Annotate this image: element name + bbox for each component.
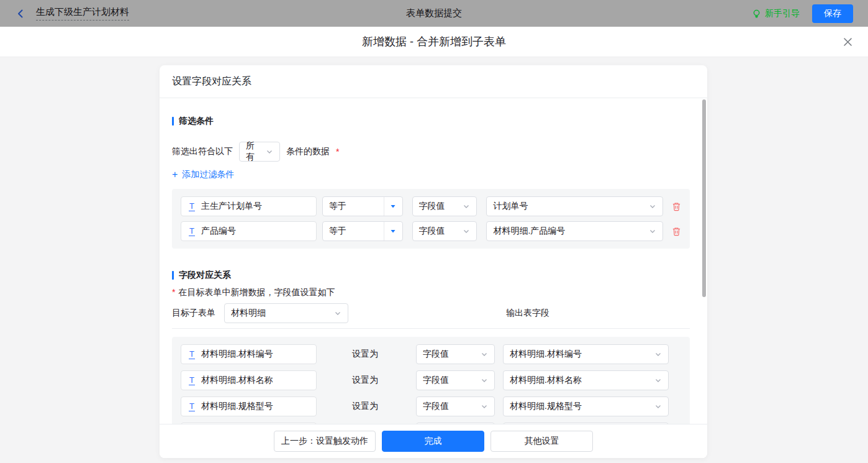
filter-field-name: 产品编号 — [201, 226, 236, 237]
bulb-icon — [752, 9, 761, 19]
mapping-output-select[interactable]: 材料明细.计量单位 — [503, 423, 669, 424]
add-filter-condition-link[interactable]: + 添加过滤条件 — [172, 169, 234, 180]
mapping-section-label: 字段对应关系 — [179, 270, 231, 281]
other-settings-button[interactable]: 其他设置 — [491, 431, 593, 452]
operator-select[interactable]: 等于 — [322, 196, 403, 216]
mapping-field-name: 材料明细.规格型号 — [201, 401, 273, 412]
set-as-label: 设置为 — [352, 349, 379, 360]
target-subform-select[interactable]: 材料明细 — [224, 303, 348, 323]
chevron-down-icon — [649, 203, 656, 210]
dialog-body: 设置字段对应关系 筛选条件 筛选出符合以下 所有 条件的数据 * — [0, 57, 868, 463]
chevron-down-icon — [654, 403, 662, 410]
add-filter-label: 添加过滤条件 — [182, 169, 234, 180]
vertical-scrollbar[interactable] — [702, 99, 706, 297]
prev-step-button[interactable]: 上一步：设置触发动作 — [274, 431, 376, 452]
target-subform-label: 目标子表单 — [172, 308, 215, 319]
chevron-down-icon — [649, 227, 656, 235]
match-mode-select[interactable]: 所有 — [239, 142, 280, 162]
card-scroll-area: 筛选条件 筛选出符合以下 所有 条件的数据 * + 添加过滤条件 — [160, 98, 707, 424]
chevron-down-icon — [481, 377, 488, 384]
workflow-title[interactable]: 生成下级生产计划材料 — [36, 6, 129, 21]
chevron-down-icon — [463, 227, 470, 235]
mapping-section-title: 字段对应关系 — [172, 270, 690, 281]
guide-label: 新手引导 — [765, 8, 800, 19]
mapping-value-type-select[interactable]: 字段值 — [416, 423, 495, 424]
dialog-title: 新增数据 - 合并新增到子表单 — [362, 34, 506, 49]
mapping-output-select[interactable]: 材料明细.材料名称 — [503, 370, 669, 390]
mapping-output-select[interactable]: 材料明细.规格型号 — [503, 397, 669, 416]
mapping-hint-text: 在目标表单中新增数据，字段值设置如下 — [178, 287, 335, 298]
chevron-down-icon — [654, 351, 662, 358]
mapping-output-value: 材料明细.规格型号 — [510, 401, 582, 412]
mapping-row: T 材料明细.规格型号 设置为 字段值 材料明细.规格型号 — [181, 397, 681, 416]
set-as-label: 设置为 — [352, 375, 379, 386]
filter-row: T 产品编号 等于 字段值 — [181, 221, 681, 241]
chevron-down-icon — [481, 351, 488, 358]
operator-select[interactable]: 等于 — [322, 221, 403, 241]
chevron-down-icon — [463, 203, 470, 210]
dialog-header: 新增数据 - 合并新增到子表单 — [0, 27, 868, 57]
mapping-value-type-select[interactable]: 字段值 — [416, 397, 495, 416]
value-type-select[interactable]: 字段值 — [412, 221, 477, 241]
chevron-down-icon — [334, 309, 341, 317]
value-type-value: 字段值 — [419, 226, 445, 237]
target-subform-value: 材料明细 — [231, 308, 266, 319]
chevron-down-icon — [481, 403, 488, 410]
mapping-value-type: 字段值 — [423, 401, 449, 412]
filter-value: 计划单号 — [493, 201, 528, 212]
section-marker — [172, 117, 174, 126]
chevron-down-icon — [266, 148, 273, 155]
section-marker — [172, 271, 174, 280]
sentence-prefix: 筛选出符合以下 — [172, 146, 233, 157]
match-mode-value: 所有 — [246, 140, 261, 163]
done-button[interactable]: 完成 — [382, 431, 484, 452]
filter-field-box[interactable]: T 产品编号 — [181, 221, 317, 241]
delete-row-button[interactable] — [672, 201, 681, 211]
mapping-output-value: 材料明细.材料名称 — [510, 375, 582, 386]
mapping-field-box[interactable]: T 材料明细.规格型号 — [181, 397, 317, 416]
set-as-label: 设置为 — [352, 401, 379, 412]
mapping-value-type-select[interactable]: 字段值 — [416, 370, 495, 390]
close-button[interactable] — [843, 37, 853, 47]
target-subform-row: 目标子表单 材料明细 输出表字段 — [172, 303, 690, 323]
value-type-select[interactable]: 字段值 — [412, 196, 477, 216]
mapping-field-box[interactable]: T 材料明细.材料编号 — [181, 344, 317, 364]
card-header-title: 设置字段对应关系 — [160, 65, 707, 98]
filter-value-select[interactable]: 材料明细.产品编号 — [486, 221, 663, 241]
mapping-value-type: 字段值 — [423, 349, 449, 360]
back-button[interactable] — [15, 8, 26, 19]
filter-sentence: 筛选出符合以下 所有 条件的数据 * — [172, 142, 690, 162]
filter-field-box[interactable]: T 主生产计划单号 — [181, 196, 317, 216]
dialog-footer: 上一步：设置触发动作 完成 其他设置 — [160, 424, 707, 458]
text-field-type-icon: T — [189, 202, 195, 211]
trash-icon — [672, 201, 681, 211]
text-field-type-icon: T — [189, 350, 195, 359]
mapping-rows-block: T 材料明细.材料编号 设置为 字段值 材料明细.材料编号 — [172, 337, 690, 424]
mapping-output-select[interactable]: 材料明细.材料编号 — [503, 344, 669, 364]
operator-value: 等于 — [323, 226, 384, 237]
chevron-down-icon — [654, 377, 662, 384]
mapping-field-name: 材料明细.材料名称 — [201, 375, 273, 386]
filter-value-select[interactable]: 计划单号 — [486, 196, 663, 216]
value-type-value: 字段值 — [419, 201, 445, 212]
delete-row-button[interactable] — [672, 226, 681, 236]
mapping-field-box[interactable]: T 材料明细.计量单位 — [181, 423, 317, 424]
mapping-output-value: 材料明细.材料编号 — [510, 349, 582, 360]
back-chevron-icon — [15, 8, 26, 19]
mapping-row: T 材料明细.计量单位 设置为 字段值 材料明细.计量单位 — [181, 423, 681, 424]
mapping-row: T 材料明细.材料名称 设置为 字段值 材料明细.材料名称 — [181, 370, 681, 390]
mapping-field-name: 材料明细.材料编号 — [201, 349, 273, 360]
required-asterisk: * — [172, 287, 175, 297]
mapping-hint: * 在目标表单中新增数据，字段值设置如下 — [172, 287, 690, 298]
operator-value: 等于 — [323, 201, 384, 212]
beginner-guide-link[interactable]: 新手引导 — [752, 8, 800, 19]
section-divider — [172, 328, 690, 329]
text-field-type-icon: T — [189, 376, 195, 385]
mapping-field-box[interactable]: T 材料明细.材料名称 — [181, 370, 317, 390]
close-icon — [843, 37, 853, 47]
top-bar: 生成下级生产计划材料 表单数据提交 新手引导 保存 — [0, 0, 868, 27]
mapping-value-type-select[interactable]: 字段值 — [416, 344, 495, 364]
save-button[interactable]: 保存 — [812, 4, 853, 23]
text-field-type-icon: T — [189, 402, 195, 411]
filter-rows-block: T 主生产计划单号 等于 字段值 — [172, 189, 690, 249]
